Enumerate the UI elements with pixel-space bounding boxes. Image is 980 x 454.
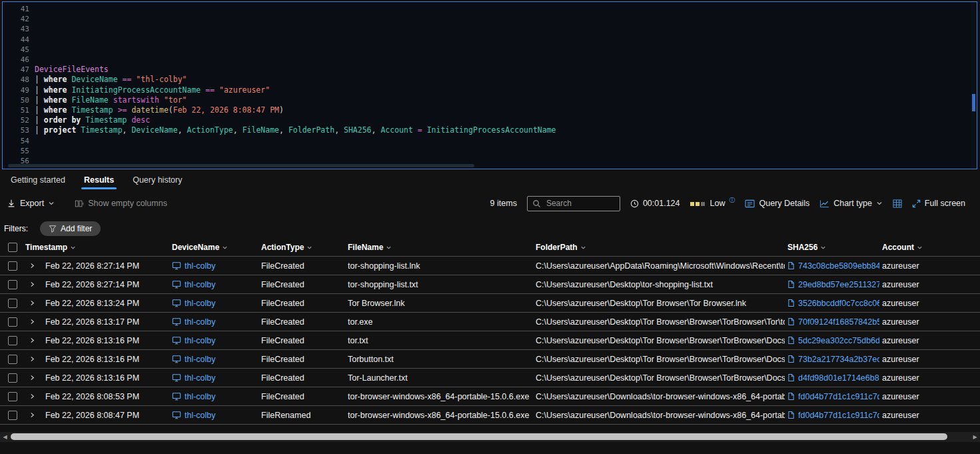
column-header-folderpath[interactable]: FolderPath <box>533 243 785 252</box>
cell-devicename[interactable]: thl-colby <box>169 299 258 308</box>
cell-sha256[interactable]: 70f09124f16857842b59 <box>785 317 879 327</box>
cell-sha256[interactable]: 29ed8bd57ee2511327e <box>785 280 879 289</box>
select-all-checkbox[interactable] <box>0 243 24 252</box>
scroll-left-arrow[interactable]: ◀ <box>1 433 9 441</box>
table-row[interactable]: Feb 22, 2026 8:08:53 PMthl-colbyFileCrea… <box>0 387 980 406</box>
cell-devicename[interactable]: thl-colby <box>169 355 258 364</box>
sha256-link[interactable]: 70f09124f16857842b59 <box>798 317 879 327</box>
row-expand-button[interactable] <box>24 375 43 381</box>
add-filter-button[interactable]: Add filter <box>40 221 101 236</box>
table-row[interactable]: Feb 22, 2026 8:13:17 PMthl-colbyFileCrea… <box>0 313 980 331</box>
cell-sha256[interactable]: 5dc29ea302cc75db6db <box>785 336 879 345</box>
cell-sha256[interactable]: fd0d4b77d1c1c911c7d1 <box>785 411 879 420</box>
checkbox[interactable] <box>8 355 17 364</box>
row-checkbox-cell[interactable] <box>0 317 24 327</box>
checkbox[interactable] <box>8 411 17 420</box>
row-checkbox-cell[interactable] <box>0 373 24 383</box>
row-expand-button[interactable] <box>24 412 43 418</box>
device-link[interactable]: thl-colby <box>185 336 216 345</box>
table-view-button[interactable] <box>893 199 902 208</box>
cell-devicename[interactable]: thl-colby <box>169 261 258 271</box>
search-input[interactable] <box>545 198 614 209</box>
chart-type-dropdown[interactable]: Chart type <box>819 199 883 208</box>
column-header-timestamp[interactable]: Timestamp <box>24 243 169 252</box>
checkbox[interactable] <box>8 299 17 308</box>
column-header-account[interactable]: Account <box>879 243 980 252</box>
checkbox[interactable] <box>8 317 17 327</box>
column-header-filename[interactable]: FileName <box>345 243 533 252</box>
row-checkbox-cell[interactable] <box>0 280 24 289</box>
row-checkbox-cell[interactable] <box>0 336 24 345</box>
checkbox[interactable] <box>8 280 17 289</box>
tab-getting-started[interactable]: Getting started <box>1 170 75 190</box>
query-details-button[interactable]: Query Details <box>745 199 809 208</box>
cell-sha256[interactable]: 3526bbcddf0c7cc8c068 <box>785 299 879 308</box>
row-checkbox-cell[interactable] <box>0 261 24 271</box>
device-link[interactable]: thl-colby <box>185 317 216 327</box>
sha256-link[interactable]: 5dc29ea302cc75db6db <box>798 336 879 345</box>
cell-sha256[interactable]: 743c08cbe5809ebb844 <box>785 261 879 271</box>
device-link[interactable]: thl-colby <box>185 411 216 420</box>
row-checkbox-cell[interactable] <box>0 299 24 308</box>
sha256-link[interactable]: d4fd98d01e1714e6b86 <box>798 373 879 383</box>
page-horizontal-scrollbar-thumb[interactable] <box>11 433 947 440</box>
scroll-right-arrow[interactable]: ▶ <box>971 433 979 441</box>
row-expand-button[interactable] <box>24 356 43 362</box>
cell-sha256[interactable]: fd0d4b77d1c1c911c7d1 <box>785 392 879 401</box>
table-row[interactable]: Feb 22, 2026 8:27:14 PMthl-colbyFileCrea… <box>0 257 980 275</box>
sha256-link[interactable]: 743c08cbe5809ebb844 <box>798 261 879 271</box>
table-row[interactable]: Feb 22, 2026 8:13:16 PMthl-colbyFileCrea… <box>0 331 980 350</box>
export-button[interactable]: Export <box>7 199 55 208</box>
results-search[interactable] <box>527 196 620 211</box>
cell-devicename[interactable]: thl-colby <box>169 373 258 383</box>
column-header-actiontype[interactable]: ActionType <box>258 243 345 252</box>
table-row[interactable]: Feb 22, 2026 8:13:24 PMthl-colbyFileCrea… <box>0 294 980 313</box>
device-link[interactable]: thl-colby <box>185 355 216 364</box>
table-row[interactable]: Feb 22, 2026 8:13:16 PMthl-colbyFileCrea… <box>0 369 980 387</box>
show-empty-columns-button[interactable]: Show empty columns <box>75 199 167 208</box>
table-row[interactable]: Feb 22, 2026 8:27:14 PMthl-colbyFileCrea… <box>0 275 980 294</box>
cell-devicename[interactable]: thl-colby <box>169 392 258 401</box>
sha256-link[interactable]: 3526bbcddf0c7cc8c068 <box>798 299 879 308</box>
tab-results[interactable]: Results <box>75 170 123 190</box>
editor-vertical-scrollbar-thumb[interactable] <box>972 94 975 111</box>
row-expand-button[interactable] <box>24 393 43 399</box>
full-screen-button[interactable]: Full screen <box>912 199 965 208</box>
checkbox[interactable] <box>8 336 17 345</box>
cell-devicename[interactable]: thl-colby <box>169 317 258 327</box>
sha256-link[interactable]: fd0d4b77d1c1c911c7d1 <box>798 411 879 420</box>
row-checkbox-cell[interactable] <box>0 411 24 420</box>
row-checkbox-cell[interactable] <box>0 392 24 401</box>
device-link[interactable]: thl-colby <box>185 299 216 308</box>
row-expand-button[interactable] <box>24 281 43 287</box>
cell-devicename[interactable]: thl-colby <box>169 411 258 420</box>
sha256-link[interactable]: 29ed8bd57ee2511327e <box>798 280 879 289</box>
row-expand-button[interactable] <box>24 337 43 343</box>
cell-devicename[interactable]: thl-colby <box>169 280 258 289</box>
editor-horizontal-scrollbar-thumb[interactable] <box>8 164 474 167</box>
sha256-link[interactable]: fd0d4b77d1c1c911c7d1 <box>798 392 879 401</box>
checkbox[interactable] <box>8 261 17 271</box>
cell-sha256[interactable]: d4fd98d01e1714e6b86 <box>785 373 879 383</box>
table-row[interactable]: Feb 22, 2026 8:13:16 PMthl-colbyFileCrea… <box>0 350 980 369</box>
kql-query-editor[interactable]: 41424344454647DeviceFileEvents48| where … <box>2 1 977 169</box>
device-link[interactable]: thl-colby <box>185 392 216 401</box>
sha256-link[interactable]: 73b2a217734a2b37ecc <box>798 355 879 364</box>
device-link[interactable]: thl-colby <box>185 373 216 383</box>
row-expand-button[interactable] <box>24 300 43 306</box>
column-header-sha256[interactable]: SHA256 <box>785 243 879 252</box>
page-horizontal-scrollbar[interactable]: ◀ ▶ <box>0 432 980 442</box>
row-checkbox-cell[interactable] <box>0 355 24 364</box>
column-header-devicename[interactable]: DeviceName <box>169 243 258 252</box>
table-row[interactable]: Feb 22, 2026 8:08:47 PMthl-colbyFileRena… <box>0 406 980 425</box>
device-link[interactable]: thl-colby <box>185 280 216 289</box>
device-link[interactable]: thl-colby <box>185 261 216 271</box>
row-expand-button[interactable] <box>24 263 43 269</box>
checkbox[interactable] <box>8 392 17 401</box>
checkbox[interactable] <box>8 243 17 252</box>
cell-sha256[interactable]: 73b2a217734a2b37ecc <box>785 355 879 364</box>
checkbox[interactable] <box>8 373 17 383</box>
editor-vertical-scrollbar-track[interactable] <box>971 2 977 169</box>
info-icon[interactable]: ⓘ <box>729 196 735 205</box>
tab-query-history[interactable]: Query history <box>123 170 191 190</box>
